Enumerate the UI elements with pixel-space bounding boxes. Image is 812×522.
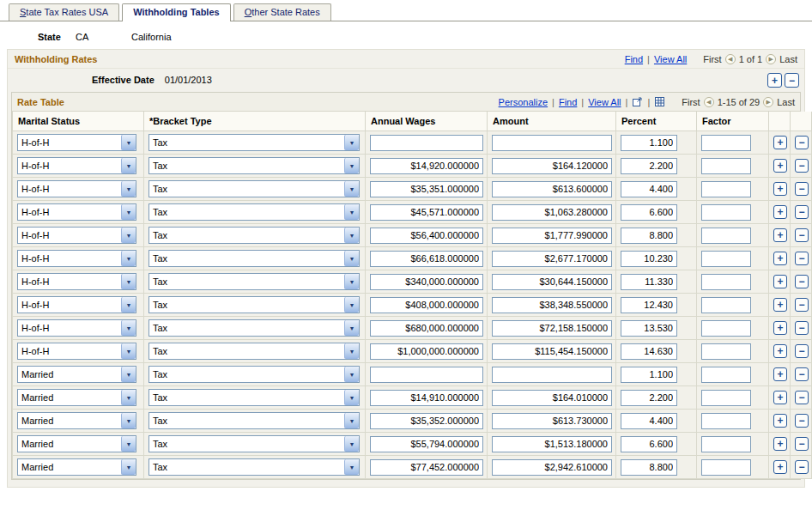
bracket-type-select[interactable]: Tax ▼ — [148, 250, 360, 267]
amount-input[interactable] — [492, 274, 612, 290]
percent-input[interactable] — [621, 459, 677, 476]
bracket-type-select[interactable]: Tax ▼ — [148, 296, 360, 313]
amount-input[interactable] — [492, 459, 612, 476]
add-row-button[interactable]: + — [773, 159, 787, 173]
add-row-button[interactable]: + — [773, 367, 787, 381]
factor-input[interactable] — [701, 274, 751, 290]
download-grid-icon[interactable] — [654, 96, 665, 107]
percent-input[interactable] — [621, 343, 677, 360]
annual-wages-input[interactable] — [370, 367, 483, 383]
marital-status-select[interactable]: H-of-H ▼ — [17, 134, 136, 151]
add-row-button[interactable]: + — [773, 205, 787, 219]
add-row-button[interactable]: + — [773, 252, 787, 265]
annual-wages-input[interactable] — [370, 274, 483, 290]
delete-row-button[interactable]: − — [795, 367, 809, 381]
percent-input[interactable] — [621, 228, 677, 244]
bracket-type-select[interactable]: Tax ▼ — [148, 412, 360, 429]
delete-row-button[interactable]: − — [795, 321, 809, 335]
bracket-type-select[interactable]: Tax ▼ — [148, 227, 360, 244]
delete-row-button[interactable]: − — [795, 252, 809, 265]
percent-input[interactable] — [621, 181, 677, 197]
delete-row-button[interactable]: − — [795, 228, 809, 242]
add-row-button[interactable]: + — [773, 344, 787, 358]
factor-input[interactable] — [701, 343, 751, 360]
pager-last[interactable]: Last — [779, 54, 797, 64]
annual-wages-input[interactable] — [370, 135, 483, 151]
add-row-button[interactable]: + — [773, 321, 787, 335]
percent-input[interactable] — [621, 297, 677, 313]
add-row-button[interactable]: + — [773, 414, 787, 428]
delete-row-button[interactable]: − — [795, 391, 809, 404]
factor-input[interactable] — [701, 181, 751, 197]
delete-row-button[interactable]: − — [795, 460, 809, 474]
amount-input[interactable] — [492, 297, 612, 313]
popup-window-icon[interactable] — [632, 96, 643, 107]
amount-input[interactable] — [492, 158, 612, 174]
factor-input[interactable] — [701, 228, 751, 244]
amount-input[interactable] — [492, 181, 612, 197]
bracket-type-select[interactable]: Tax ▼ — [148, 157, 360, 174]
factor-input[interactable] — [701, 413, 751, 429]
marital-status-select[interactable]: H-of-H ▼ — [17, 319, 136, 337]
add-row-button[interactable]: + — [773, 298, 787, 312]
factor-input[interactable] — [701, 367, 751, 383]
delete-row-button[interactable]: − — [795, 205, 809, 219]
marital-status-select[interactable]: Married ▼ — [17, 458, 136, 476]
amount-input[interactable] — [492, 390, 612, 406]
percent-input[interactable] — [621, 158, 677, 174]
marital-status-select[interactable]: Married ▼ — [17, 366, 136, 383]
annual-wages-input[interactable] — [370, 436, 483, 452]
percent-input[interactable] — [621, 413, 677, 429]
add-row-button[interactable]: + — [773, 391, 787, 404]
percent-input[interactable] — [621, 367, 677, 383]
delete-row-button[interactable]: − — [795, 344, 809, 358]
percent-input[interactable] — [621, 436, 677, 452]
annual-wages-input[interactable] — [370, 413, 483, 429]
effdt-add-button[interactable]: + — [767, 73, 782, 88]
annual-wages-input[interactable] — [370, 204, 483, 221]
bracket-type-select[interactable]: Tax ▼ — [148, 389, 360, 406]
bracket-type-select[interactable]: Tax ▼ — [148, 343, 360, 360]
percent-input[interactable] — [621, 135, 677, 151]
marital-status-select[interactable]: H-of-H ▼ — [17, 203, 136, 221]
amount-input[interactable] — [492, 204, 612, 221]
bracket-type-select[interactable]: Tax ▼ — [148, 458, 360, 476]
marital-status-select[interactable]: Married ▼ — [17, 412, 136, 429]
effdt-remove-button[interactable]: − — [785, 73, 799, 88]
amount-input[interactable] — [492, 135, 612, 151]
factor-input[interactable] — [701, 320, 751, 337]
delete-row-button[interactable]: − — [795, 275, 809, 288]
factor-input[interactable] — [701, 158, 751, 174]
delete-row-button[interactable]: − — [795, 182, 809, 196]
delete-row-button[interactable]: − — [795, 298, 809, 312]
factor-input[interactable] — [701, 390, 751, 406]
marital-status-select[interactable]: H-of-H ▼ — [17, 250, 136, 267]
pager-last[interactable]: Last — [777, 97, 795, 107]
view-all-link[interactable]: View All — [654, 54, 687, 64]
prev-arrow-icon[interactable]: ◀ — [725, 54, 736, 64]
bracket-type-select[interactable]: Tax ▼ — [148, 134, 360, 151]
factor-input[interactable] — [701, 135, 751, 151]
factor-input[interactable] — [701, 297, 751, 313]
factor-input[interactable] — [701, 436, 751, 452]
delete-row-button[interactable]: − — [795, 136, 809, 149]
marital-status-select[interactable]: H-of-H ▼ — [17, 273, 136, 290]
find-link[interactable]: Find — [625, 54, 643, 64]
factor-input[interactable] — [701, 204, 751, 221]
next-arrow-icon[interactable]: ▶ — [763, 97, 773, 107]
tab-other-state-rates[interactable]: Other State Rates — [233, 3, 331, 21]
marital-status-select[interactable]: H-of-H ▼ — [17, 296, 136, 313]
factor-input[interactable] — [701, 251, 751, 267]
pager-first[interactable]: First — [682, 97, 700, 107]
annual-wages-input[interactable] — [370, 158, 483, 174]
percent-input[interactable] — [621, 390, 677, 406]
annual-wages-input[interactable] — [370, 459, 483, 476]
annual-wages-input[interactable] — [370, 228, 483, 244]
add-row-button[interactable]: + — [773, 437, 787, 451]
bracket-type-select[interactable]: Tax ▼ — [148, 435, 360, 452]
annual-wages-input[interactable] — [370, 343, 483, 360]
add-row-button[interactable]: + — [773, 275, 787, 288]
amount-input[interactable] — [492, 436, 612, 452]
delete-row-button[interactable]: − — [795, 414, 809, 428]
add-row-button[interactable]: + — [773, 460, 787, 474]
